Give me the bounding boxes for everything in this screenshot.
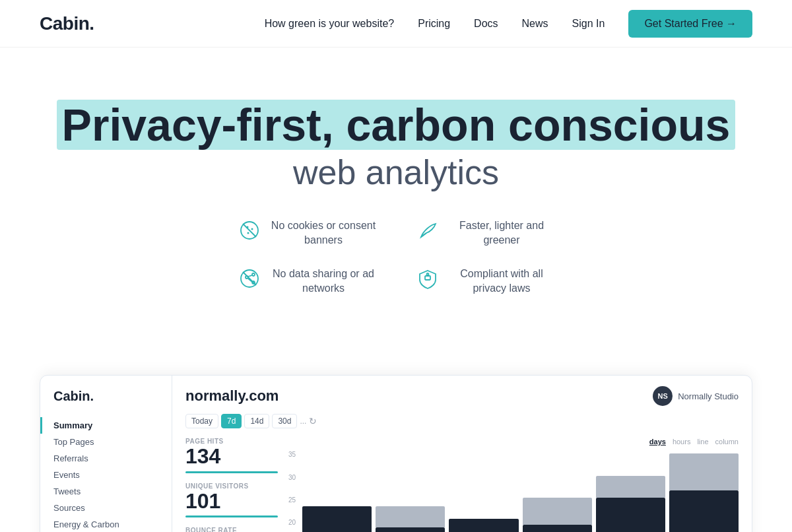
feature-faster-text: Faster, lighter and greener <box>449 218 554 248</box>
svg-point-2 <box>247 226 249 228</box>
metric-bounce-rate: BOUNCE RATE 75% <box>185 527 278 532</box>
navbar: Cabin. How green is your website? Pricin… <box>0 0 792 48</box>
filter-more[interactable]: ... <box>300 416 306 426</box>
no-share-icon <box>238 267 261 290</box>
sidebar-item-energy[interactable]: Energy & Carbon <box>40 516 172 532</box>
dashboard-main: normally.com NS Normally Studio Today 7d… <box>172 376 752 532</box>
unique-visitors-bar <box>185 515 278 517</box>
dashboard-header: normally.com NS Normally Studio <box>185 386 739 406</box>
nav-link-news[interactable]: News <box>522 18 548 30</box>
filter-30d[interactable]: 30d <box>272 414 297 428</box>
hero-title-highlight: Privacy-first, carbon conscious <box>57 100 736 150</box>
dashboard-user: NS Normally Studio <box>653 386 739 406</box>
unique-visitors-value: 101 <box>185 490 278 513</box>
chart-bar-4 <box>523 451 592 532</box>
sidebar-item-top-pages[interactable]: Top Pages <box>40 434 172 450</box>
svg-point-3 <box>251 228 253 230</box>
dashboard-domain: normally.com <box>185 387 279 405</box>
no-cookie-icon <box>238 218 261 242</box>
svg-line-1 <box>243 224 256 237</box>
time-filters: Today 7d 14d 30d ... ↻ <box>185 414 739 428</box>
feature-no-cookies-text: No cookies or consent banners <box>271 218 376 248</box>
sidebar-item-summary[interactable]: Summary <box>40 417 172 434</box>
chart-controls: days hours line column <box>288 438 739 446</box>
feather-icon <box>416 218 440 242</box>
chart-ctrl-line[interactable]: line <box>697 438 708 446</box>
refresh-icon[interactable]: ↻ <box>309 416 317 426</box>
metrics-panel: PAGE HITS 134 UNIQUE VISITORS 101 BOUNCE… <box>185 438 278 532</box>
svg-point-15 <box>427 273 429 275</box>
feature-compliant-text: Compliant with all privacy laws <box>449 267 554 296</box>
page-hits-value: 134 <box>185 445 278 468</box>
features-grid: No cookies or consent banners Faster, li… <box>198 218 594 296</box>
chart-bar-3 <box>449 451 518 532</box>
svg-point-9 <box>252 273 255 276</box>
chart-bars <box>302 451 739 532</box>
nav-link-how-green[interactable]: How green is your website? <box>265 18 395 30</box>
logo[interactable]: Cabin. <box>40 13 94 34</box>
dashboard-logo: Cabin. <box>40 389 172 417</box>
feature-compliant: Compliant with all privacy laws <box>416 267 554 296</box>
filter-today[interactable]: Today <box>185 414 218 428</box>
hero-section: Privacy-first, carbon conscious web anal… <box>0 48 792 375</box>
svg-point-4 <box>248 232 249 234</box>
dashboard-preview: Cabin. Summary Top Pages Referrals Event… <box>40 375 752 532</box>
nav-links: How green is your website? Pricing Docs … <box>265 10 752 38</box>
svg-line-11 <box>248 275 252 277</box>
unique-visitors-label: UNIQUE VISITORS <box>185 482 278 490</box>
chart-bars-area: 35 30 25 20 15 10 <box>288 451 739 532</box>
chart-y-labels: 35 30 25 20 15 10 <box>288 451 296 532</box>
filter-7d[interactable]: 7d <box>221 414 242 428</box>
user-name: Normally Studio <box>678 391 739 401</box>
shield-icon <box>416 267 440 290</box>
hero-subtitle: web analytics <box>40 152 752 192</box>
chart-ctrl-column[interactable]: column <box>715 438 739 446</box>
nav-link-pricing[interactable]: Pricing <box>418 18 450 30</box>
hero-title: Privacy-first, carbon conscious <box>57 100 736 150</box>
chart-area: days hours line column 35 30 25 20 15 10 <box>288 438 739 532</box>
chart-bar-1 <box>302 451 372 532</box>
chart-bar-6 <box>669 451 739 532</box>
feature-no-sharing: No data sharing or ad networks <box>238 267 376 296</box>
metric-page-hits: PAGE HITS 134 <box>185 438 278 473</box>
feature-no-sharing-text: No data sharing or ad networks <box>271 267 376 296</box>
chart-ctrl-hours[interactable]: hours <box>673 438 691 446</box>
nav-link-docs[interactable]: Docs <box>474 18 498 30</box>
feature-faster: Faster, lighter and greener <box>416 218 554 248</box>
svg-point-8 <box>246 276 248 279</box>
sidebar-item-tweets[interactable]: Tweets <box>40 483 172 500</box>
cta-button[interactable]: Get Started Free → <box>628 10 752 38</box>
chart-ctrl-days[interactable]: days <box>649 438 666 446</box>
sidebar-item-referrals[interactable]: Referrals <box>40 450 172 467</box>
sidebar-item-sources[interactable]: Sources <box>40 500 172 516</box>
nav-link-signin[interactable]: Sign In <box>572 18 605 30</box>
dashboard-sidebar: Cabin. Summary Top Pages Referrals Event… <box>40 376 172 532</box>
bounce-rate-label: BOUNCE RATE <box>185 527 278 532</box>
chart-bar-2 <box>376 451 445 532</box>
dashboard-content: PAGE HITS 134 UNIQUE VISITORS 101 BOUNCE… <box>185 438 739 532</box>
metric-unique-visitors: UNIQUE VISITORS 101 <box>185 482 278 517</box>
svg-rect-13 <box>425 276 430 280</box>
chart-bar-5 <box>596 451 665 532</box>
filter-14d[interactable]: 14d <box>244 414 269 428</box>
avatar: NS <box>653 386 673 406</box>
feature-no-cookies: No cookies or consent banners <box>238 218 376 248</box>
sidebar-item-events[interactable]: Events <box>40 467 172 483</box>
page-hits-bar <box>185 471 278 473</box>
